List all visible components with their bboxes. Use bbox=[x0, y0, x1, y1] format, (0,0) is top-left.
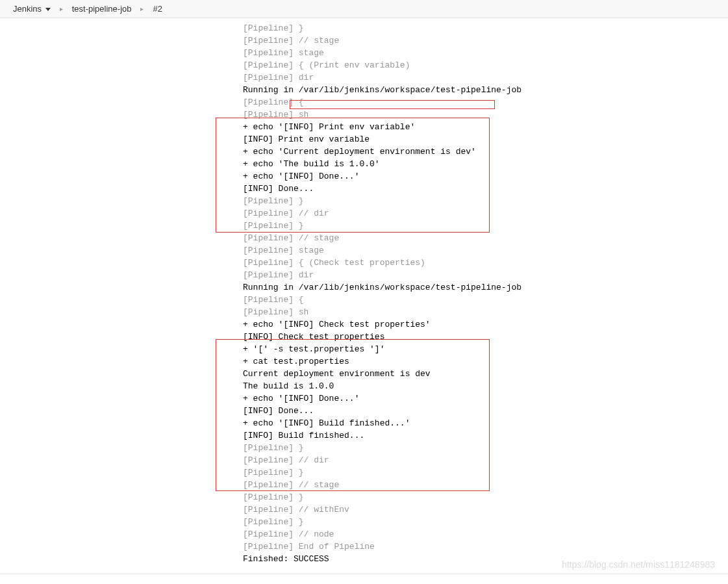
console-line: [Pipeline] // dir bbox=[243, 454, 728, 466]
console-line: + echo '[INFO] Print env variable' bbox=[243, 121, 728, 133]
breadcrumb-build-link[interactable]: #2 bbox=[153, 4, 162, 14]
breadcrumb-separator-icon: ▸ bbox=[140, 5, 144, 12]
watermark-text: https://blog.csdn.net/miss1181248983 bbox=[562, 559, 715, 570]
console-line: + echo '[INFO] Check test properties' bbox=[243, 318, 728, 331]
console-line: [Pipeline] stage bbox=[243, 47, 728, 59]
console-line: + echo 'The build is 1.0.0' bbox=[243, 158, 728, 170]
console-line: Running in /var/lib/jenkins/workspace/te… bbox=[243, 281, 728, 294]
console-line: [Pipeline] dir bbox=[243, 71, 728, 84]
console-line: [Pipeline] } bbox=[243, 516, 728, 528]
console-line: [Pipeline] End of Pipeline bbox=[243, 540, 728, 553]
console-line: [Pipeline] } bbox=[243, 220, 728, 232]
chevron-down-icon[interactable] bbox=[45, 8, 51, 11]
console-line: [Pipeline] } bbox=[243, 195, 728, 207]
console-output-panel: [Pipeline] }[Pipeline] // stage[Pipeline… bbox=[0, 18, 728, 578]
console-line: Running in /var/lib/jenkins/workspace/te… bbox=[243, 84, 728, 96]
console-line: [Pipeline] { (Check test properties) bbox=[243, 257, 728, 269]
console-line: [Pipeline] sh bbox=[243, 306, 728, 318]
console-line: [Pipeline] // stage bbox=[243, 479, 728, 491]
console-line: [Pipeline] { bbox=[243, 294, 728, 306]
console-line: [INFO] Check test properties bbox=[243, 331, 728, 343]
console-line: [Pipeline] sh bbox=[243, 108, 728, 121]
breadcrumb-root-link[interactable]: Jenkins bbox=[13, 4, 42, 14]
console-line: + cat test.properties bbox=[243, 355, 728, 368]
console-line: [Pipeline] } bbox=[243, 466, 728, 479]
console-line: + echo '[INFO] Done...' bbox=[243, 170, 728, 183]
console-line: [Pipeline] // stage bbox=[243, 232, 728, 244]
breadcrumb-job-link[interactable]: test-pipeline-job bbox=[72, 4, 132, 14]
console-line: [Pipeline] // dir bbox=[243, 207, 728, 220]
console-line: [Pipeline] } bbox=[243, 491, 728, 503]
console-line: Current deployment environment is dev bbox=[243, 368, 728, 380]
console-line: + echo 'Current deployment environment i… bbox=[243, 146, 728, 158]
console-line: [Pipeline] { (Print env variable) bbox=[243, 59, 728, 71]
console-line: [INFO] Done... bbox=[243, 405, 728, 417]
console-line: [INFO] Done... bbox=[243, 183, 728, 195]
console-line: + echo '[INFO] Done...' bbox=[243, 392, 728, 405]
console-line: [INFO] Build finished... bbox=[243, 429, 728, 442]
console-output: [Pipeline] }[Pipeline] // stage[Pipeline… bbox=[243, 22, 728, 565]
console-line: [Pipeline] // withEnv bbox=[243, 503, 728, 516]
console-line: [Pipeline] } bbox=[243, 22, 728, 34]
console-line: The build is 1.0.0 bbox=[243, 380, 728, 392]
console-line: [Pipeline] stage bbox=[243, 244, 728, 257]
console-line: [Pipeline] { bbox=[243, 96, 728, 108]
console-line: + '[' -s test.properties ']' bbox=[243, 343, 728, 355]
console-line: [INFO] Print env variable bbox=[243, 133, 728, 146]
breadcrumb-separator-icon: ▸ bbox=[60, 5, 63, 12]
console-line: [Pipeline] // node bbox=[243, 528, 728, 540]
divider bbox=[0, 574, 728, 574]
console-line: + echo '[INFO] Build finished...' bbox=[243, 417, 728, 429]
console-line: [Pipeline] dir bbox=[243, 269, 728, 281]
breadcrumb: Jenkins ▸ test-pipeline-job ▸ #2 bbox=[0, 0, 728, 18]
console-line: [Pipeline] } bbox=[243, 442, 728, 454]
console-line: [Pipeline] // stage bbox=[243, 34, 728, 47]
